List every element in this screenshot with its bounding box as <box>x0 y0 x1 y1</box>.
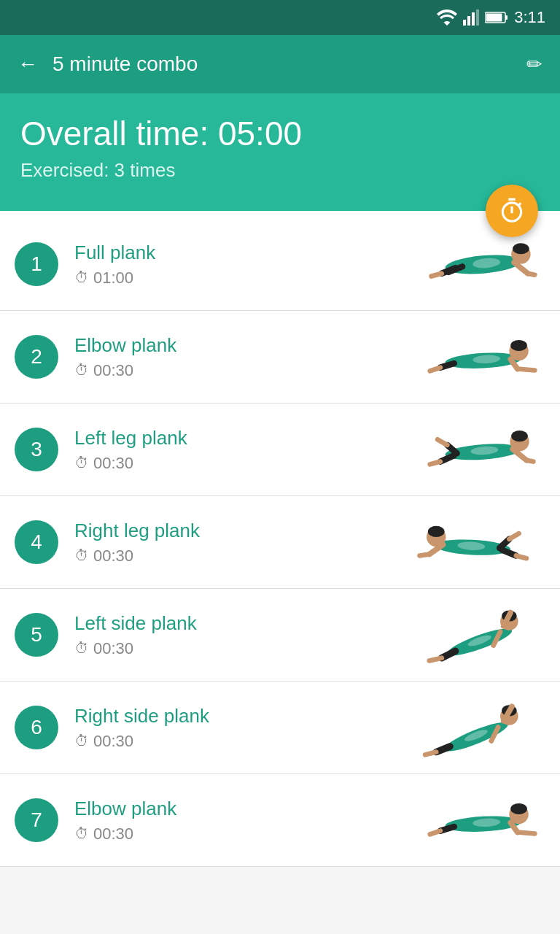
time-value: 01:00 <box>93 269 133 287</box>
svg-line-10 <box>514 262 528 273</box>
exercise-number: 5 <box>15 613 58 657</box>
exercise-info: Left leg plank ⏱ 00:30 <box>74 427 400 473</box>
time-value: 00:30 <box>93 639 133 658</box>
clock-icon: ⏱ <box>74 733 89 749</box>
exercise-info: Elbow plank ⏱ 00:30 <box>74 334 400 380</box>
exercise-time: ⏱ 00:30 <box>74 732 400 751</box>
status-bar: 3:11 <box>0 0 560 35</box>
svg-rect-6 <box>505 15 508 20</box>
svg-point-9 <box>513 243 529 254</box>
clock-icon: ⏱ <box>74 269 89 286</box>
svg-line-38 <box>420 554 429 555</box>
time-value: 00:30 <box>93 454 133 473</box>
signal-icon <box>463 9 479 26</box>
svg-line-32 <box>438 439 447 445</box>
svg-line-58 <box>425 752 436 754</box>
exercise-name: Right side plank <box>74 705 400 727</box>
list-item[interactable]: 3 Left leg plank ⏱ 00:30 <box>0 404 560 496</box>
svg-rect-2 <box>472 12 475 26</box>
exercise-info: Right side plank ⏱ 00:30 <box>74 705 400 751</box>
list-item[interactable]: 4 Right leg plank ⏱ 00:30 <box>0 496 560 589</box>
exercise-number: 6 <box>15 706 58 749</box>
back-button[interactable]: ← <box>18 53 38 76</box>
svg-line-66 <box>430 830 440 834</box>
svg-rect-3 <box>476 9 479 26</box>
svg-line-20 <box>518 368 535 370</box>
exercise-name: Right leg plank <box>74 520 400 542</box>
exercise-image <box>400 509 545 575</box>
svg-line-30 <box>430 461 440 464</box>
exercise-time: ⏱ 00:30 <box>74 547 400 566</box>
exercise-time: ⏱ 00:30 <box>74 825 400 844</box>
edit-button[interactable]: ✏ <box>526 53 542 76</box>
time-value: 00:30 <box>93 732 133 751</box>
list-item[interactable]: 5 Left side plank ⏱ 00:30 <box>0 589 560 682</box>
exercise-info: Right leg plank ⏱ 00:30 <box>74 520 400 566</box>
exercise-info: Full plank ⏱ 01:00 <box>74 242 400 287</box>
exercise-image <box>400 231 545 297</box>
svg-line-42 <box>509 533 518 539</box>
exercise-image <box>400 324 545 390</box>
exercise-time: ⏱ 00:30 <box>74 454 400 473</box>
list-item[interactable]: 1 Full plank ⏱ 01:00 <box>0 218 560 311</box>
exercise-number: 7 <box>15 798 58 842</box>
svg-line-11 <box>528 273 534 274</box>
svg-rect-0 <box>463 20 466 26</box>
exercise-image <box>400 695 545 760</box>
battery-icon <box>485 11 508 24</box>
svg-point-26 <box>511 431 528 441</box>
fab-timer-button[interactable] <box>486 185 538 237</box>
exercise-number: 1 <box>15 242 58 286</box>
time-value: 00:30 <box>93 825 133 844</box>
status-icons: 3:11 <box>437 8 545 27</box>
timer-icon <box>498 197 526 225</box>
clock-icon: ⏱ <box>74 547 89 564</box>
wifi-icon <box>437 9 457 26</box>
exercise-number: 4 <box>15 520 58 564</box>
exercise-image <box>400 602 545 668</box>
clock-icon: ⏱ <box>74 640 89 657</box>
time-value: 00:30 <box>93 361 133 380</box>
page-title: 5 minute combo <box>52 53 526 76</box>
clock-icon: ⏱ <box>74 825 89 842</box>
list-item[interactable]: 6 Right side plank ⏱ 00:30 <box>0 682 560 774</box>
clock-icon: ⏱ <box>74 362 89 379</box>
svg-rect-5 <box>486 14 502 22</box>
exercise-name: Elbow plank <box>74 798 400 820</box>
svg-point-18 <box>510 339 527 350</box>
time-value: 00:30 <box>93 547 133 566</box>
exercise-time: ⏱ 00:30 <box>74 639 400 658</box>
svg-point-62 <box>510 803 527 814</box>
status-time: 3:11 <box>514 8 545 27</box>
svg-line-22 <box>430 367 440 371</box>
exercise-time: ⏱ 00:30 <box>74 361 400 380</box>
svg-point-36 <box>428 525 445 536</box>
svg-line-50 <box>429 657 442 660</box>
exercise-image <box>400 417 545 482</box>
svg-line-40 <box>516 555 526 558</box>
svg-line-28 <box>526 460 533 461</box>
exercise-name: Left side plank <box>74 612 400 635</box>
svg-line-64 <box>518 832 535 833</box>
exercise-info: Left side plank ⏱ 00:30 <box>74 612 400 658</box>
svg-rect-1 <box>467 16 470 26</box>
exercise-list: 1 Full plank ⏱ 01:00 <box>0 211 560 867</box>
list-item[interactable]: 7 Elbow plank ⏱ 00:30 <box>0 774 560 867</box>
exercise-name: Left leg plank <box>74 427 400 449</box>
exercise-info: Elbow plank ⏱ 00:30 <box>74 798 400 844</box>
exercise-name: Elbow plank <box>74 334 400 357</box>
list-item[interactable]: 2 Elbow plank ⏱ 00:30 <box>0 311 560 404</box>
exercise-name: Full plank <box>74 242 400 264</box>
exercise-time: ⏱ 01:00 <box>74 269 400 287</box>
exercised-count: Exercised: 3 times <box>20 159 540 182</box>
header-summary: Overall time: 05:00 Exercised: 3 times <box>0 93 560 211</box>
exercise-image <box>400 787 545 853</box>
overall-time: Overall time: 05:00 <box>20 114 540 153</box>
exercise-number: 3 <box>15 428 58 471</box>
svg-line-13 <box>432 273 442 276</box>
toolbar: ← 5 minute combo ✏ <box>0 35 560 93</box>
clock-icon: ⏱ <box>74 455 89 471</box>
exercise-number: 2 <box>15 335 58 379</box>
